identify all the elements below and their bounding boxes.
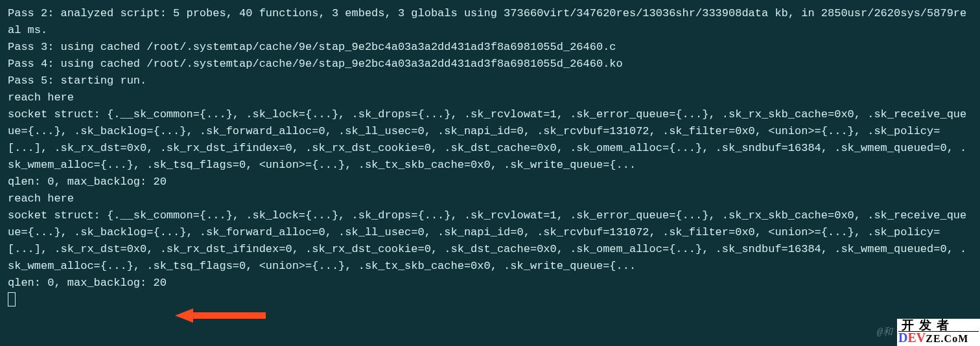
terminal-cursor [8,292,16,306]
watermark-bottom-text: DEVZE.CoM [898,332,979,345]
terminal-line: qlen: 0, max_backlog: 20 [8,174,972,190]
terminal-line: reach here [8,89,972,106]
terminal-line: qlen: 0, max_backlog: 20 [8,275,972,292]
terminal-line: socket struct: {.__sk_common={...}, .sk_… [8,207,972,275]
terminal-line: reach here [8,190,972,207]
attribution-text: @和 [877,326,892,338]
terminal-line: Pass 4: using cached /root/.systemtap/ca… [8,56,972,73]
terminal-line: Pass 2: analyzed script: 5 probes, 40 fu… [8,5,972,39]
terminal-line: socket struct: {.__sk_common={...}, .sk_… [8,106,972,174]
watermark-logo: 开发者 DEVZE.CoM [897,319,980,346]
terminal-output[interactable]: Pass 2: analyzed script: 5 probes, 40 fu… [0,0,980,346]
terminal-line: Pass 3: using cached /root/.systemtap/ca… [8,39,972,56]
terminal-line: Pass 5: starting run. [8,73,972,89]
